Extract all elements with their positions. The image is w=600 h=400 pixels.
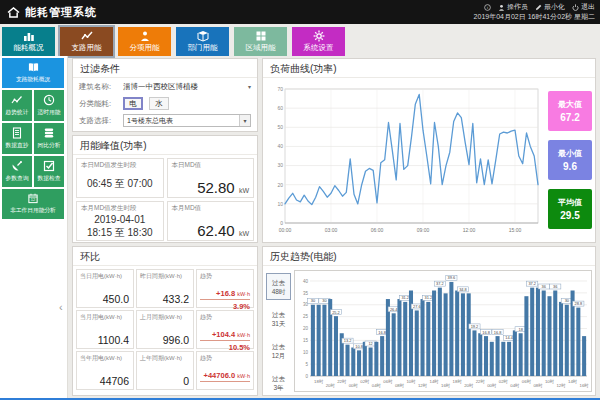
minimize-label: 最小化 [544,2,565,12]
sidebar-item-label: 同比分析 [38,141,61,150]
cell-value: 06:45 至 07:00 [81,177,159,191]
sidebar-item-data-check[interactable]: 数据检查 [34,156,64,187]
cell-value: 62.40 [197,222,235,239]
range-tab-31d[interactable]: 过去31天 [266,305,291,332]
sidebar-item-nonworkday-analysis[interactable]: 12 非工作日用能分析 [2,189,64,219]
cell-label: 本月MD值发生时段 [81,204,159,213]
svg-text:27.6: 27.6 [413,304,421,309]
sidebar-item-yoy-analysis[interactable]: 同比分析 [34,123,64,154]
line-chart-svg: 00:0003:0006:0009:0012:0015:000102030405… [269,81,545,237]
svg-text:37.2: 37.2 [436,281,444,286]
today-md-period-cell: 本日MD值发生时段 06:45 至 07:00 [76,158,164,198]
month-md-value-cell: 本月MD值 62.40 kW [167,201,255,241]
sidebar-item-label: 适时用能 [38,108,61,117]
range-tab-48h[interactable]: 过去48时 [266,273,291,300]
calendar-icon: 12 [27,193,39,204]
svg-text:14时: 14时 [568,379,578,384]
logout-label: 退出 [581,2,595,12]
info-button[interactable]: i [484,4,491,11]
branch-label: 支路选择: [79,116,123,126]
cell-label: 上年同期(kW·h) [140,354,190,363]
person-icon [139,30,151,42]
svg-text:02时: 02时 [499,379,509,384]
history-trend-title: 历史趋势(电能) [263,247,595,266]
svg-text:20时: 20时 [464,383,474,388]
svg-text:31.2: 31.2 [401,295,409,300]
tab-area-energy[interactable]: 区域用能 [234,27,287,56]
svg-text:5: 5 [305,362,308,367]
svg-text:37.2: 37.2 [528,281,536,286]
svg-text:06:00: 06:00 [371,227,384,233]
sidebar-item-realtime-energy[interactable]: 适时用能 [34,90,64,121]
sidebar-item-label: 数据直抄 [6,141,29,150]
ring-cell: 当日用电(kW·h)450.0 [76,269,134,308]
svg-text:16时: 16时 [441,383,451,388]
minimize-button[interactable]: 最小化 [535,2,565,12]
svg-text:36: 36 [542,284,546,289]
badge-value: 9.6 [563,161,577,172]
cell-label: 本日MD值 [172,161,250,170]
building-value[interactable]: 淄博一中西校区博植楼 [123,82,248,92]
branch-select[interactable]: 1号楼东总电表 ▾ [123,114,251,127]
ring-cell: 昨日同期(kW·h)433.2 [136,269,194,308]
svg-text:20时: 20时 [326,383,336,388]
svg-text:14.4: 14.4 [505,335,513,340]
caret-down-icon[interactable]: ▾ [248,83,251,90]
range-tab-line2: 48时 [272,287,286,296]
tab-energy-overview[interactable]: 能耗概况 [2,27,55,56]
trend-icon [11,94,23,106]
cell-label: 当日用电(kW·h) [80,272,130,281]
sidebar-collapse-chevron-left-icon[interactable]: ‹ [59,302,63,312]
sidebar-item-branch-overview[interactable]: 支路能耗概况 [2,58,64,88]
tab-system-settings[interactable]: 系统设置 [292,27,345,56]
category-water-button[interactable]: 水 [149,97,169,110]
sidebar-item-label: 支路能耗概况 [16,75,50,84]
svg-text:31.2: 31.2 [425,295,433,300]
sidebar-item-data-reading[interactable]: 数据直抄 [2,123,32,154]
svg-text:08时: 08时 [395,383,405,388]
cell-value: 433.2 [163,293,189,305]
svg-text:13.2: 13.2 [344,338,352,343]
svg-text:26.4: 26.4 [390,307,398,312]
range-tab-line2: 31天 [272,319,286,328]
svg-text:06时: 06时 [383,379,393,384]
svg-text:14时: 14时 [430,379,440,384]
box-icon [197,30,209,42]
category-electric-button[interactable]: 电 [123,97,143,110]
range-tab-line2: 3年 [273,383,283,392]
svg-text:40: 40 [303,279,309,284]
range-tab-3y[interactable]: 过去3年 [266,369,291,396]
user-menu[interactable]: 操作员 [498,2,528,12]
sidebar-item-trend-stats[interactable]: 趋势统计 [2,90,32,121]
info-icon: i [484,4,491,11]
cell-value: 996.0 [163,334,189,346]
satellite-dish-icon [11,160,23,172]
history-trend-panel: 历史趋势(电能) 过去48时 过去31天 过去12月 过去3年 05101520… [262,246,596,396]
energy-management-app: 能耗管理系统 i 操作员 最小化 退出 2019年 [0,0,600,400]
home-icon[interactable] [7,7,20,18]
svg-text:06时: 06时 [522,379,532,384]
svg-text:60: 60 [277,105,283,111]
tab-department-energy[interactable]: 部门用能 [176,27,229,56]
svg-text:00:00: 00:00 [279,227,292,233]
ring-cell: 上月同期(kW·h)996.0 [136,310,194,349]
badge-value: 29.5 [560,210,579,221]
today-md-value-cell: 本日MD值 52.80 kW [167,158,255,198]
caret-down-icon[interactable]: ▾ [239,115,250,126]
svg-text:10时: 10时 [545,379,555,384]
sidebar-item-parameter-query[interactable]: 参数查询 [2,156,32,187]
svg-text:04时: 04时 [372,383,382,388]
range-tab-12m[interactable]: 过去12月 [266,337,291,364]
tab-branch-energy[interactable]: 支路用能 [60,27,113,56]
max-badge: 最大值 67.2 [548,91,592,131]
avg-badge: 平均值 29.5 [548,189,592,229]
stat-badges: 最大值 67.2 最小值 9.6 平均值 29.5 [548,91,592,238]
svg-text:19.2: 19.2 [471,324,479,329]
svg-text:40: 40 [277,143,283,149]
svg-text:10时: 10时 [406,379,416,384]
cell-label: 上月同期(kW·h) [140,313,190,322]
logout-button[interactable]: 退出 [572,2,595,12]
tab-category-energy[interactable]: 分项用能 [118,27,171,56]
svg-text:18时: 18时 [453,379,463,384]
month-md-period-cell: 本月MD值发生时段 2019-04-01 18:15 至 18:30 [76,201,164,241]
